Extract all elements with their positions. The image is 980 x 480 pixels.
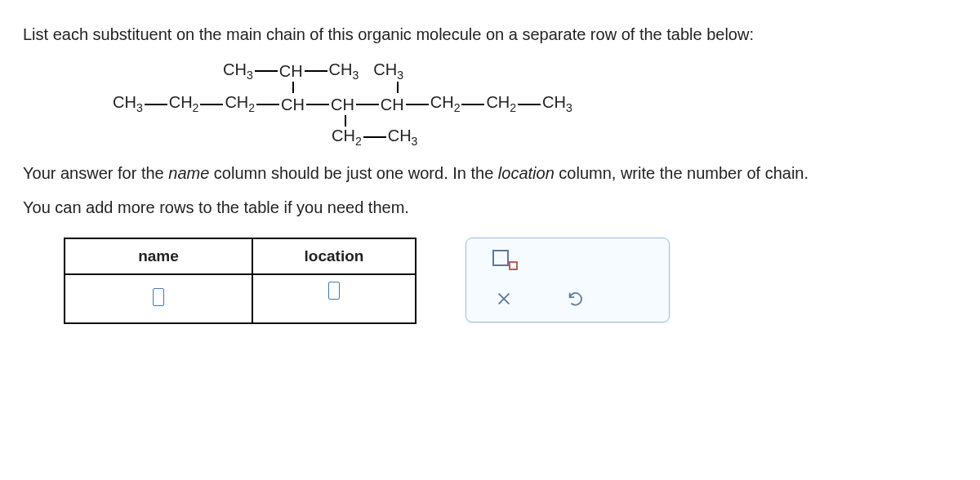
subscript-icon: [492, 250, 515, 273]
instruction-name-location: Your answer for the name column should b…: [23, 161, 957, 185]
instruction-add-rows: You can add more rows to the table if yo…: [23, 195, 957, 220]
molecule-structure: CH3 CH CH3 CH3 CH3 CH2 CH2 CH CH CH CH2 …: [113, 60, 957, 148]
col-header-name: name: [65, 238, 252, 274]
input-placeholder-icon: [153, 288, 164, 306]
clear-button[interactable]: [492, 287, 515, 310]
location-cell[interactable]: [252, 274, 416, 323]
input-placeholder-icon: [328, 282, 340, 300]
name-cell[interactable]: [65, 274, 252, 323]
tool-panel: [466, 238, 670, 322]
undo-icon: [567, 290, 585, 308]
answer-table: name location: [64, 238, 416, 324]
question-prompt: List each substituent on the main chain …: [23, 23, 957, 46]
close-icon: [495, 290, 513, 308]
table-row: [65, 274, 416, 323]
undo-button[interactable]: [564, 287, 587, 310]
col-header-location: location: [252, 238, 416, 274]
subscript-tool-button[interactable]: [492, 250, 515, 273]
